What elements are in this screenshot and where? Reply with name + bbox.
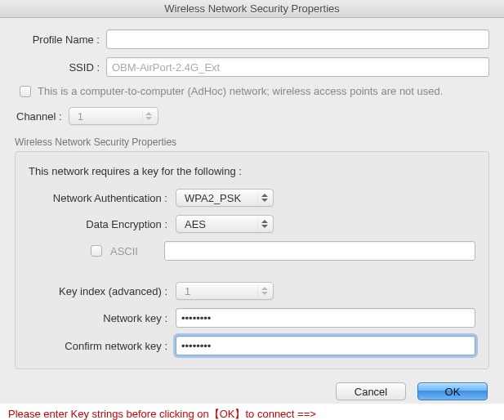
- group-heading: This network requires a key for the foll…: [29, 165, 475, 177]
- security-group: This network requires a key for the foll…: [15, 151, 489, 369]
- profile-name-label: Profile Name :: [15, 34, 106, 46]
- profile-name-input[interactable]: [106, 29, 489, 49]
- network-key-label: Network key :: [29, 312, 176, 324]
- channel-value: 1: [78, 110, 83, 123]
- ssid-label: SSID :: [15, 61, 106, 74]
- channel-label: Channel :: [16, 110, 62, 123]
- auth-value: WPA2_PSK: [185, 192, 241, 204]
- ssid-input[interactable]: [106, 57, 489, 77]
- hint-text: Please enter Key strings before clicking…: [0, 404, 504, 420]
- confirm-key-input[interactable]: [176, 336, 475, 355]
- auth-select[interactable]: WPA2_PSK: [176, 189, 274, 207]
- network-key-input[interactable]: [176, 308, 475, 328]
- chevron-updown-icon: [142, 109, 155, 123]
- chevron-updown-icon: [257, 284, 270, 297]
- cancel-button[interactable]: Cancel: [336, 382, 406, 400]
- ok-button[interactable]: OK: [417, 382, 488, 400]
- confirm-key-label: Confirm network key :: [29, 340, 176, 352]
- channel-select[interactable]: 1: [69, 107, 158, 125]
- encryption-select[interactable]: AES: [176, 215, 274, 233]
- auth-label: Network Authentication :: [29, 192, 176, 204]
- window-title: Wireless Network Security Properties: [0, 0, 504, 18]
- button-row: Cancel OK: [0, 374, 504, 404]
- ascii-label: ASCII: [110, 245, 164, 257]
- chevron-updown-icon: [257, 217, 270, 230]
- keyindex-select[interactable]: 1: [176, 282, 274, 300]
- keyindex-value: 1: [185, 285, 190, 297]
- group-legend: Wireless Network Security Properties: [15, 136, 489, 148]
- ascii-input[interactable]: [164, 241, 475, 261]
- adhoc-checkbox[interactable]: [20, 86, 31, 97]
- adhoc-label: This is a computer-to-computer (AdHoc) n…: [38, 85, 443, 97]
- encryption-label: Data Encryption :: [29, 218, 176, 230]
- chevron-updown-icon: [257, 191, 270, 204]
- keyindex-label: Key index (advanced) :: [29, 285, 176, 297]
- encryption-value: AES: [185, 218, 206, 230]
- ascii-checkbox[interactable]: [91, 245, 102, 257]
- dialog-body: Profile Name : SSID : This is a computer…: [0, 18, 504, 374]
